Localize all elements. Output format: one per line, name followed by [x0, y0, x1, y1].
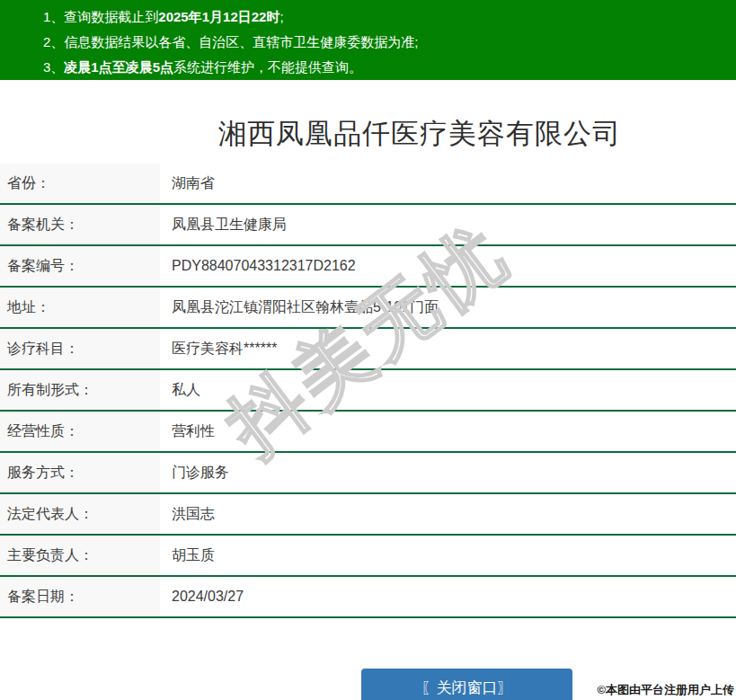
row-value: 2024/03/27 [160, 577, 736, 616]
row-value: 门诊服务 [160, 453, 736, 492]
table-row: 备案日期： 2024/03/27 [0, 577, 736, 618]
table-row: 诊疗科目： 医疗美容科****** [0, 329, 736, 370]
row-value: 私人 [160, 370, 736, 410]
row-value: 胡玉质 [160, 536, 736, 575]
row-label: 地址： [0, 288, 160, 327]
notice-text: ; [279, 9, 283, 24]
row-label: 法定代表人： [0, 494, 160, 534]
notice-text: 信息数据结果以各省、自治区、直辖市卫生健康委数据为准; [64, 34, 418, 49]
notice-bold-text: 2025年1月12日22时 [158, 9, 279, 24]
notice-bold-text: 凌晨1点至凌晨5点 [64, 59, 173, 75]
table-row: 经营性质： 营利性 [0, 412, 736, 453]
row-value: 湖南省 [160, 164, 736, 203]
table-row: 服务方式： 门诊服务 [0, 453, 736, 494]
row-label: 主要负责人： [0, 536, 160, 575]
notice-line-3: 3、凌晨1点至凌晨5点系统进行维护，不能提供查询。 [43, 55, 727, 80]
page-title: 湘西凤凰品仟医疗美容有限公司 [0, 80, 736, 153]
notice-number: 1、 [43, 9, 64, 24]
upload-credit-note: ©本图由平台注册用户上传 [597, 682, 734, 698]
row-value: PDY88407043312317D2162 [160, 246, 736, 286]
table-row: 备案编号： PDY88407043312317D2162 [0, 246, 736, 288]
notice-line-2: 2、信息数据结果以各省、自治区、直辖市卫生健康委数据为准; [43, 30, 727, 55]
notice-line-1: 1、查询数据截止到2025年1月12日22时; [43, 4, 727, 30]
row-label: 诊疗科目： [0, 329, 160, 368]
row-value: 营利性 [160, 412, 736, 451]
row-value: 洪国志 [160, 494, 736, 534]
info-table: 省份： 湖南省 备案机关： 凤凰县卫生健康局 备案编号： PDY88407043… [0, 164, 736, 618]
table-row: 法定代表人： 洪国志 [0, 494, 736, 536]
row-label: 省份： [0, 164, 160, 203]
page: 1、查询数据截止到2025年1月12日22时; 2、信息数据结果以各省、自治区、… [0, 0, 736, 700]
row-label: 备案机关： [0, 205, 160, 244]
row-label: 备案编号： [0, 246, 160, 286]
notice-text: 查询数据截止到 [64, 9, 158, 24]
row-label: 所有制形式： [0, 370, 160, 410]
row-label: 经营性质： [0, 412, 160, 451]
row-value: 凤凰县卫生健康局 [160, 205, 736, 244]
table-row: 所有制形式： 私人 [0, 370, 736, 412]
notice-banner: 1、查询数据截止到2025年1月12日22时; 2、信息数据结果以各省、自治区、… [0, 0, 736, 80]
row-value: 凤凰县沱江镇渭阳社区翰林壹品5-101门面 [160, 288, 736, 327]
notice-text: 系统进行维护，不能提供查询。 [173, 59, 362, 75]
notice-number: 2、 [43, 34, 64, 49]
notice-number: 3、 [43, 59, 64, 75]
table-row: 地址： 凤凰县沱江镇渭阳社区翰林壹品5-101门面 [0, 288, 736, 329]
row-value: 医疗美容科****** [160, 329, 736, 368]
table-row: 主要负责人： 胡玉质 [0, 536, 736, 577]
close-window-button[interactable]: 〖关闭窗口〗 [361, 669, 572, 700]
row-label: 备案日期： [0, 577, 160, 616]
row-label: 服务方式： [0, 453, 160, 492]
table-row: 备案机关： 凤凰县卫生健康局 [0, 205, 736, 246]
table-row: 省份： 湖南省 [0, 164, 736, 205]
